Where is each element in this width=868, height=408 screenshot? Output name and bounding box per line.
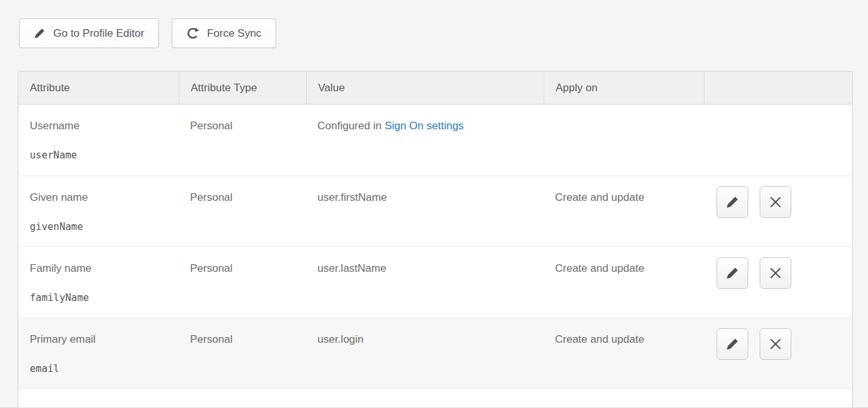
table-row-primary-email: Primary email email Personal user.login … xyxy=(18,317,852,388)
force-sync-button[interactable]: Force Sync xyxy=(172,18,276,48)
attribute-label: Given name xyxy=(30,191,171,204)
toolbar: Go to Profile Editor Force Sync xyxy=(0,0,868,48)
pencil-icon xyxy=(725,337,739,351)
go-to-profile-editor-label: Go to Profile Editor xyxy=(53,27,144,40)
attribute-type: Personal xyxy=(179,317,306,388)
attribute-variable-name: email xyxy=(30,363,171,374)
edit-attribute-button[interactable] xyxy=(717,186,748,218)
apply-on-value: Create and update xyxy=(544,175,704,246)
edit-attribute-button[interactable] xyxy=(717,257,748,289)
refresh-icon xyxy=(186,27,200,40)
attribute-variable-name: givenName xyxy=(30,221,171,233)
attribute-variable-name: userName xyxy=(30,150,171,161)
x-icon xyxy=(769,338,782,350)
attribute-label: Username xyxy=(30,120,171,132)
table-header-row: Attribute Attribute Type Value Apply on xyxy=(18,72,852,105)
column-header-attribute: Attribute xyxy=(18,72,179,105)
table-row-given-name: Given name givenName Personal user.first… xyxy=(18,175,852,246)
value-text: user.login xyxy=(306,317,544,388)
table-row-partial xyxy=(18,388,852,408)
x-icon xyxy=(769,267,782,279)
value-text: user.lastName xyxy=(306,246,544,317)
column-header-apply-on: Apply on xyxy=(544,72,704,105)
column-header-attribute-type: Attribute Type xyxy=(179,72,306,105)
pencil-icon xyxy=(725,266,739,280)
apply-on-value: Create and update xyxy=(544,246,704,317)
x-icon xyxy=(769,196,782,208)
table-row-username: Username userName Personal Configured in… xyxy=(18,105,852,175)
table-row-family-name: Family name familyName Personal user.las… xyxy=(18,246,852,317)
attribute-label: Family name xyxy=(30,262,171,275)
force-sync-label: Force Sync xyxy=(207,27,262,40)
attribute-mapping-table-container: Attribute Attribute Type Value Apply on … xyxy=(18,71,853,408)
apply-on-value: Create and update xyxy=(544,317,704,388)
delete-attribute-button[interactable] xyxy=(760,257,791,289)
go-to-profile-editor-button[interactable]: Go to Profile Editor xyxy=(19,18,159,48)
delete-attribute-button[interactable] xyxy=(760,328,791,360)
value-text: Configured in xyxy=(317,120,381,132)
pencil-icon xyxy=(725,195,739,209)
sign-on-settings-link[interactable]: Sign On settings xyxy=(385,120,464,132)
column-header-value: Value xyxy=(306,72,544,105)
attribute-type: Personal xyxy=(179,175,306,246)
attribute-variable-name: familyName xyxy=(30,292,171,303)
pencil-icon xyxy=(34,27,46,39)
attribute-type: Personal xyxy=(179,105,306,175)
delete-attribute-button[interactable] xyxy=(760,186,791,218)
attribute-label: Primary email xyxy=(30,333,171,346)
apply-on-value xyxy=(544,105,704,175)
attribute-mapping-table: Attribute Attribute Type Value Apply on … xyxy=(18,71,853,408)
edit-attribute-button[interactable] xyxy=(717,328,748,360)
value-text: user.firstName xyxy=(306,175,544,246)
attribute-type: Personal xyxy=(179,246,306,317)
column-header-actions xyxy=(704,72,852,105)
